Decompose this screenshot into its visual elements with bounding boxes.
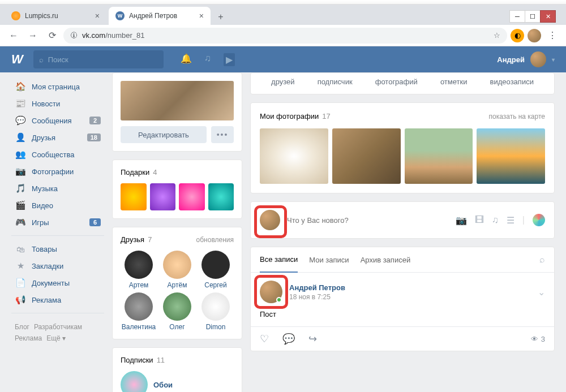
sidebar-nav-item[interactable]: ★Закладки (11, 257, 104, 274)
menu-icon[interactable]: ⋮ (544, 28, 560, 44)
avatar (201, 251, 230, 279)
friend-item[interactable]: Артём (159, 251, 195, 289)
window-close[interactable]: ✕ (540, 10, 556, 23)
more-button[interactable]: ••• (211, 126, 234, 143)
avatar (530, 51, 546, 67)
reload-button[interactable]: ⟳ (44, 28, 60, 44)
badge: 6 (89, 218, 101, 226)
wall-tab-mine[interactable]: Мои записи (309, 248, 349, 272)
sidebar-nav-item[interactable]: 👤Друзья18 (11, 129, 104, 146)
avatar (125, 251, 153, 279)
notifications-icon[interactable]: 🔔 (181, 53, 192, 66)
tab-title: Lumpics.ru (25, 12, 58, 20)
close-icon[interactable]: × (199, 11, 204, 20)
friend-item[interactable]: Сергей (198, 251, 234, 289)
friend-item[interactable]: Артем (121, 251, 157, 289)
edit-button[interactable]: Редактировать (121, 126, 207, 143)
address-bar[interactable]: 🛈 vk.com/number_81 ☆ (63, 28, 507, 44)
sidebar-nav-item[interactable]: 📢Реклама (11, 291, 104, 308)
browser-tab[interactable]: Lumpics.ru × (5, 7, 106, 25)
music-icon[interactable]: ♫ (492, 215, 499, 225)
stat-label[interactable]: подписчик (318, 77, 353, 86)
sidebar-nav-item[interactable]: 💬Сообщения2 (11, 112, 104, 129)
gift-item[interactable] (208, 183, 234, 210)
new-tab-button[interactable]: + (213, 9, 229, 25)
sidebar-nav-item[interactable]: 🛍Товары (11, 240, 104, 257)
photo-thumbnail[interactable] (260, 128, 328, 184)
avatar (163, 292, 191, 321)
sidebar-nav-item[interactable]: 🎬Видео (11, 197, 104, 214)
new-post-input[interactable] (287, 216, 449, 225)
nav-icon: 📰 (15, 98, 26, 109)
sidebar-nav-item[interactable]: 📄Документы (11, 274, 104, 291)
badge: 2 (89, 117, 101, 124)
sidebar-nav-item[interactable]: 📷Фотографии (11, 163, 104, 180)
back-button[interactable]: ← (6, 28, 22, 44)
nav-icon: 👥 (15, 149, 26, 160)
post-author[interactable]: Андрей Петров (289, 283, 345, 292)
window-maximize[interactable]: ☐ (525, 10, 541, 23)
wall-block: Все записи Мои записи Архив записей ⌕ Ан… (250, 247, 555, 351)
post-date: 18 ноя в 7:25 (289, 293, 345, 301)
music-icon[interactable]: ♫ (204, 53, 211, 66)
gift-item[interactable] (179, 183, 205, 210)
gift-item[interactable] (150, 183, 176, 210)
photo-thumbnail[interactable] (332, 128, 401, 184)
tab-title: Андрей Петров (129, 12, 177, 20)
window-minimize[interactable]: ─ (509, 10, 525, 23)
favicon-vk: W (115, 11, 125, 20)
online-indicator (276, 297, 282, 303)
friend-item[interactable]: Олег (159, 292, 195, 331)
user-menu[interactable]: Андрей ▾ (497, 51, 555, 67)
friend-item[interactable]: Dimon (198, 292, 234, 331)
photo-thumbnail[interactable] (477, 128, 545, 184)
comment-icon[interactable]: 💬 (282, 333, 295, 345)
close-icon[interactable]: × (95, 11, 100, 20)
friends-block: Друзья 7 обновления АртемАртёмСергейВале… (112, 227, 242, 339)
sidebar-nav-item[interactable]: 🎮Игры6 (11, 214, 104, 231)
profile-avatar-icon[interactable] (528, 29, 541, 42)
friend-item[interactable]: Валентина (121, 292, 157, 331)
sidebar-nav-item[interactable]: 📰Новости (11, 95, 104, 112)
play-icon[interactable]: ▶ (224, 53, 235, 66)
views-count: 👁3 (531, 335, 545, 343)
vk-logo[interactable]: W (11, 52, 22, 67)
search-input[interactable]: ⌕ Поиск (33, 50, 164, 68)
wall-tab-archive[interactable]: Архив записей (361, 248, 411, 272)
video-icon[interactable]: 🎞 (475, 215, 484, 225)
assistant-icon[interactable] (533, 214, 545, 226)
more-icon[interactable]: ☰ (507, 215, 514, 226)
profile-photo[interactable] (121, 81, 234, 120)
wall-tab-all[interactable]: Все записи (260, 247, 298, 273)
like-icon[interactable]: ♡ (260, 333, 269, 345)
new-post-block: 📷 🎞 ♫ ☰ | (250, 201, 555, 239)
photo-thumbnail[interactable] (405, 128, 473, 184)
stat-label[interactable]: друзей (271, 77, 294, 86)
camera-icon[interactable]: 📷 (456, 215, 467, 226)
nav-icon: ★ (15, 260, 26, 272)
post-text: Пост (251, 308, 554, 326)
favicon-lumpics (11, 11, 20, 20)
sidebar-nav-item[interactable]: 🎵Музыка (11, 180, 104, 197)
forward-button[interactable]: → (25, 28, 41, 44)
extension-icon[interactable]: ◐ (511, 29, 524, 42)
photos-block: Мои фотографии 17 показать на карте (250, 102, 555, 193)
sidebar-nav-item[interactable]: 👥Сообщества (11, 146, 104, 163)
gift-item[interactable] (121, 183, 147, 210)
avatar[interactable] (260, 281, 282, 303)
avatar (201, 292, 230, 321)
browser-tab-active[interactable]: W Андрей Петров × (109, 7, 211, 25)
gifts-block: Подарки 4 (112, 160, 242, 219)
star-icon[interactable]: ☆ (494, 31, 500, 40)
stat-label[interactable]: видеозаписи (490, 77, 534, 86)
sidebar-nav-item[interactable]: 🏠Моя страница (11, 78, 104, 95)
stat-label[interactable]: отметки (440, 77, 468, 86)
search-icon[interactable]: ⌕ (539, 255, 545, 265)
avatar (121, 371, 148, 392)
badge: 18 (87, 133, 101, 141)
subscription-item[interactable]: Обои (121, 371, 234, 392)
chevron-down-icon[interactable]: ⌄ (538, 287, 545, 298)
stat-label[interactable]: фотографий (375, 77, 418, 86)
share-icon[interactable]: ↪ (308, 333, 317, 345)
nav-icon: 🛍 (15, 243, 26, 255)
